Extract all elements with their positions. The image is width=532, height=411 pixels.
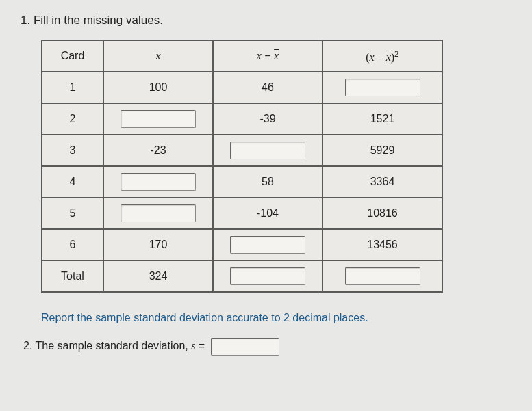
table-row: 617013456 [42,229,442,261]
header-deviation: x − x [213,40,322,72]
cell-card: 6 [42,229,103,261]
cell-x-row6: 170 [103,229,213,261]
input-dev-row3[interactable] [230,142,305,159]
header-card: Card [42,40,103,72]
table-row: 4583364 [42,166,442,198]
cell-x-row1: 100 [103,72,213,103]
question-1-label: 1. Fill in the missing values. [21,14,511,27]
input-x-row5[interactable] [121,204,196,222]
values-table: Card x x − x (x − x)2 1100462-3915213-23… [41,40,443,293]
cell-sq-row3: 5929 [322,135,442,166]
cell-card: 1 [42,72,103,103]
header-squared-deviation: (x − x)2 [322,40,442,72]
table-row: 2-391521 [42,103,442,135]
q2-text: 2. The sample standard deviation, [23,340,191,352]
cell-card: 2 [42,103,103,135]
input-x-row2[interactable] [121,110,196,128]
cell-sq-row4: 3364 [322,166,442,198]
cell-sq-row5: 10816 [322,198,442,229]
cell-dev-row2: -39 [213,103,322,135]
table-header-row: Card x x − x (x − x)2 [42,40,442,72]
table-row-total: Total324 [42,261,442,292]
cell-card: 4 [42,166,103,198]
input-dev-row6[interactable] [230,236,305,254]
cell-sq-row2: 1521 [322,103,442,135]
question-2: 2. The sample standard deviation, s = [23,338,511,356]
table-row: 5-10410816 [42,198,442,229]
cell-total-label: Total [42,261,103,292]
input-dev-total[interactable] [230,267,305,285]
instruction-text: Report the sample standard deviation acc… [41,312,511,324]
cell-dev-row1: 46 [213,72,322,103]
cell-card: 3 [42,135,103,166]
table-row: 3-235929 [42,135,442,166]
std-dev-input[interactable] [211,338,279,356]
values-table-wrap: Card x x − x (x − x)2 1100462-3915213-23… [41,40,511,293]
cell-dev-row5: -104 [213,198,322,229]
cell-card: 5 [42,198,103,229]
input-sq-total[interactable] [345,267,420,285]
q2-equals: = [195,340,205,352]
input-x-row4[interactable] [121,173,196,191]
cell-total-x: 324 [103,261,213,292]
input-sq-row1[interactable] [345,79,420,96]
cell-dev-row4: 58 [213,166,322,198]
cell-x-row3: -23 [103,135,213,166]
cell-sq-row6: 13456 [322,229,442,261]
table-row: 110046 [42,72,442,103]
header-x: x [103,40,213,72]
